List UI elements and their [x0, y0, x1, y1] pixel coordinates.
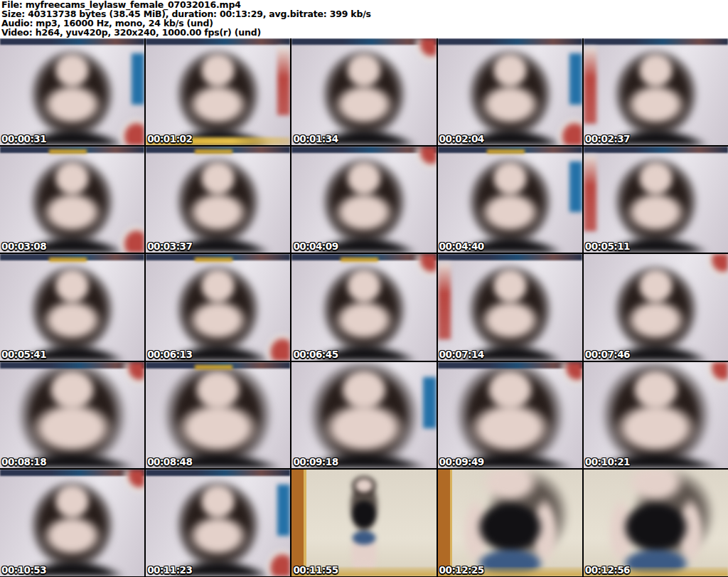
- person-placeholder: [291, 254, 436, 361]
- video-info-line: Video: h264, yuv420p, 320x240, 1000.00 f…: [1, 28, 728, 38]
- thumbnail-timestamp: 00:04:40: [439, 240, 484, 252]
- video-thumbnail: 00:04:40: [438, 147, 582, 253]
- video-thumbnail: 00:05:11: [584, 147, 728, 253]
- person-placeholder: [438, 147, 582, 253]
- thumbnail-timestamp: 00:06:45: [293, 349, 338, 360]
- video-thumbnail: 00:03:37: [146, 147, 290, 253]
- video-thumbnail: 00:02:37: [584, 38, 728, 145]
- thumbnail-timestamp: 00:10:53: [1, 564, 46, 576]
- video-thumbnail: 00:09:18: [291, 362, 436, 469]
- thumbnail-image: [146, 254, 290, 361]
- thumbnail-image: [438, 470, 582, 576]
- person-placeholder: [584, 362, 728, 469]
- person-placeholder: [584, 147, 728, 253]
- thumbnail-image: [291, 147, 436, 253]
- thumbnail-timestamp: 00:06:13: [147, 349, 192, 360]
- thumbnail-timestamp: 00:08:48: [147, 456, 192, 467]
- video-thumbnail: 00:02:04: [438, 38, 582, 145]
- thumbnail-image: [291, 38, 436, 145]
- video-thumbnail: 00:11:55: [291, 470, 436, 576]
- person-placeholder: [146, 470, 290, 576]
- person-placeholder: [438, 362, 582, 469]
- thumbnail-grid: 00:00:31 00:01:02 00:01:34 00:02:04 00:0…: [0, 38, 728, 576]
- thumbnail-timestamp: 00:00:31: [1, 133, 46, 144]
- thumbnail-timestamp: 00:08:18: [1, 456, 46, 467]
- person-placeholder: [0, 362, 144, 469]
- thumbnail-image: [0, 470, 144, 576]
- video-thumbnail: 00:12:25: [438, 470, 582, 576]
- thumbnail-image: [584, 38, 728, 145]
- thumbnail-image: [584, 147, 728, 253]
- person-placeholder: [438, 38, 582, 145]
- thumbnail-image: [438, 147, 582, 253]
- person-placeholder: [0, 38, 144, 145]
- video-thumbnail: 00:00:31: [0, 38, 144, 145]
- thumbnail-timestamp: 00:02:37: [585, 133, 630, 144]
- video-thumbnail: 00:12:56: [584, 470, 728, 576]
- thumbnail-timestamp: 00:07:14: [439, 349, 484, 360]
- thumbnail-timestamp: 00:11:55: [293, 564, 338, 576]
- thumbnail-image: [438, 38, 582, 145]
- video-thumbnail: 00:06:45: [291, 254, 436, 361]
- thumbnail-image: [584, 254, 728, 361]
- person-placeholder: [584, 470, 728, 576]
- video-thumbnail: 00:08:18: [0, 362, 144, 469]
- video-thumbnail: 00:07:14: [438, 254, 582, 361]
- video-thumbnail: 00:10:53: [0, 470, 144, 576]
- person-placeholder: [291, 362, 436, 469]
- thumbnail-timestamp: 00:10:21: [585, 456, 630, 467]
- person-placeholder: [584, 38, 728, 145]
- person-placeholder: [438, 254, 582, 361]
- thumbnail-image: [146, 362, 290, 469]
- thumbnail-image: [0, 254, 144, 361]
- thumbnail-timestamp: 00:04:09: [293, 240, 338, 252]
- person-placeholder: [0, 254, 144, 361]
- thumbnail-image: [438, 362, 582, 469]
- thumbnail-image: [584, 470, 728, 576]
- thumbnail-image: [291, 470, 436, 576]
- thumbnail-image: [146, 147, 290, 253]
- contact-sheet: File: myfreecams_leylasw_female_07032016…: [0, 0, 728, 577]
- video-thumbnail: 00:11:23: [146, 470, 290, 576]
- video-thumbnail: 00:03:08: [0, 147, 144, 253]
- person-placeholder: [146, 362, 290, 469]
- thumbnail-timestamp: 00:09:49: [439, 456, 484, 467]
- video-thumbnail: 00:05:41: [0, 254, 144, 361]
- video-thumbnail: 00:04:09: [291, 147, 436, 253]
- person-placeholder: [0, 147, 144, 253]
- video-thumbnail: 00:01:02: [146, 38, 290, 145]
- thumbnail-timestamp: 00:03:37: [147, 240, 192, 252]
- thumbnail-timestamp: 00:01:34: [293, 133, 338, 144]
- video-thumbnail: 00:10:21: [584, 362, 728, 469]
- file-metadata-header: File: myfreecams_leylasw_female_07032016…: [0, 0, 728, 38]
- video-thumbnail: 00:09:49: [438, 362, 582, 469]
- thumbnail-image: [291, 362, 436, 469]
- thumbnail-image: [291, 254, 436, 361]
- person-placeholder: [146, 254, 290, 361]
- thumbnail-timestamp: 00:12:56: [585, 564, 630, 576]
- thumbnail-timestamp: 00:02:04: [439, 133, 484, 144]
- thumbnail-image: [146, 470, 290, 576]
- person-placeholder: [291, 147, 436, 253]
- video-thumbnail: 00:01:34: [291, 38, 436, 145]
- thumbnail-timestamp: 00:12:25: [439, 564, 484, 576]
- video-thumbnail: 00:06:13: [146, 254, 290, 361]
- thumbnail-image: [438, 254, 582, 361]
- video-thumbnail: 00:08:48: [146, 362, 290, 469]
- thumbnail-timestamp: 00:09:18: [293, 456, 338, 467]
- person-placeholder: [584, 254, 728, 361]
- thumbnail-timestamp: 00:05:41: [1, 349, 46, 360]
- thumbnail-image: [0, 362, 144, 469]
- thumbnail-timestamp: 00:11:23: [147, 564, 192, 576]
- thumbnail-image: [0, 147, 144, 253]
- person-placeholder: [0, 470, 144, 576]
- thumbnail-timestamp: 00:01:02: [147, 133, 192, 144]
- video-thumbnail: 00:07:46: [584, 254, 728, 361]
- person-placeholder: [291, 470, 436, 576]
- person-placeholder: [146, 38, 290, 145]
- thumbnail-image: [0, 38, 144, 145]
- thumbnail-image: [584, 362, 728, 469]
- thumbnail-timestamp: 00:07:46: [585, 349, 630, 360]
- thumbnail-timestamp: 00:03:08: [1, 240, 46, 252]
- thumbnail-timestamp: 00:05:11: [585, 240, 630, 252]
